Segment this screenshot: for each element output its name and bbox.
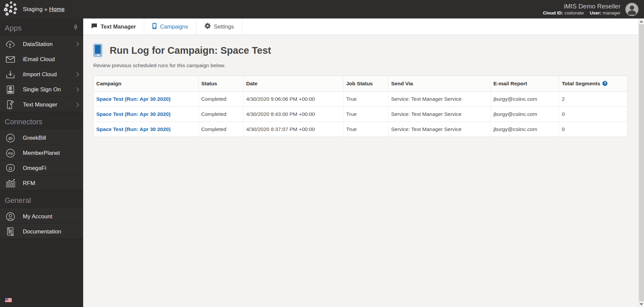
sidebar-item-memberplanet[interactable]: mp MemberPlanet xyxy=(0,145,83,161)
section-title-apps: Apps xyxy=(5,24,21,33)
breadcrumb: Staging » Home xyxy=(23,6,65,13)
chevron-right-icon xyxy=(76,72,79,77)
sidebar-section-general: General xyxy=(0,191,83,209)
table-row: Space Test (Run: Apr 30 2020) Completed … xyxy=(94,92,628,107)
sidebar-item-datastation[interactable]: DataStation xyxy=(0,37,83,52)
campaign-run-link[interactable]: Space Test (Run: Apr 30 2020) xyxy=(96,96,170,102)
breadcrumb-home-link[interactable]: Home xyxy=(49,6,65,12)
cell-total-segments: 0 xyxy=(559,122,628,137)
sidebar-item-documentation[interactable]: Documentation xyxy=(0,224,83,239)
help-icon[interactable]: ? xyxy=(602,81,607,86)
tab-text-manager[interactable]: Text Manager xyxy=(83,18,144,35)
scroll-up-icon xyxy=(640,20,643,23)
sidebar-item-greekbill[interactable]: gb GreekBill xyxy=(0,130,83,145)
campaign-run-link[interactable]: Space Test (Run: Apr 30 2020) xyxy=(96,126,170,132)
sidebar-item-label: iEmail Cloud xyxy=(23,56,55,63)
id-card-icon xyxy=(5,85,16,94)
section-title-general: General xyxy=(5,196,31,205)
svg-text:gb: gb xyxy=(8,136,12,140)
sidebar-item-label: iImport Cloud xyxy=(23,71,57,78)
cloud-id-label: Cloud ID: xyxy=(543,10,563,15)
datastation-cloud-icon xyxy=(5,40,16,48)
cell-campaign: Space Test (Run: Apr 30 2020) xyxy=(94,107,199,122)
col-header-status: Status xyxy=(199,76,244,92)
sidebar-item-iimport-cloud[interactable]: iImport Cloud xyxy=(0,67,83,82)
run-log-table: Campaign Status Date Job Status Send Via… xyxy=(93,76,628,137)
sidebar-section-connectors: Connectors xyxy=(0,112,83,130)
cell-send-via: Service: Text Manager Service xyxy=(388,107,491,122)
user-value: manager xyxy=(603,10,621,15)
chevron-right-icon xyxy=(76,102,79,107)
sidebar-item-label: Documentation xyxy=(23,228,61,235)
vertical-scrollbar[interactable] xyxy=(638,18,644,307)
memberplanet-mp-icon: mp xyxy=(5,148,16,158)
cell-email-report: jburgy@csiinc.com xyxy=(491,92,559,107)
phone-edit-icon xyxy=(5,100,16,109)
sidebar-item-rfm[interactable]: RFM xyxy=(0,176,83,191)
sidebar-section-apps: Apps xyxy=(0,18,83,37)
sidebar-item-my-account[interactable]: My Account xyxy=(0,209,83,224)
sidebar-item-label: Text Manager xyxy=(23,101,57,108)
avatar[interactable] xyxy=(625,3,639,16)
col-header-send-via: Send Via xyxy=(388,76,491,92)
scroll-down-icon xyxy=(640,303,643,305)
greekbill-gb-icon: gb xyxy=(5,133,16,143)
col-header-label: Total Segments xyxy=(562,81,600,86)
account-details: Cloud ID: csidonateUser: manager xyxy=(543,10,621,16)
csi-cubes-logo-icon xyxy=(3,1,18,18)
import-download-icon xyxy=(5,70,16,79)
sidebar-item-label: OmegaFi xyxy=(23,165,46,172)
document-icon xyxy=(5,227,16,236)
col-header-job-status: Job Status xyxy=(343,76,388,92)
tab-bar: Text Manager Campaigns xyxy=(83,18,638,35)
svg-text:Ω: Ω xyxy=(9,166,12,171)
breadcrumb-section: Staging xyxy=(23,6,43,12)
us-flag-icon[interactable] xyxy=(5,298,12,304)
sidebar-item-label: Single Sign On xyxy=(23,86,61,93)
omegafi-omega-icon: Ω xyxy=(5,164,16,173)
sidebar-item-omegafi[interactable]: Ω OmegaFi xyxy=(0,161,83,176)
pin-icon[interactable] xyxy=(73,24,78,33)
sidebar-item-label: My Account xyxy=(23,213,52,220)
sidebar-item-iemail-cloud[interactable]: iEmail Cloud xyxy=(0,52,83,67)
cell-campaign: Space Test (Run: Apr 30 2020) xyxy=(94,122,199,137)
tab-campaigns[interactable]: Campaigns xyxy=(144,18,196,35)
speech-bubble-icon xyxy=(91,23,97,30)
cell-email-report: jburgy@csiinc.com xyxy=(491,122,559,137)
sidebar-item-single-sign-on[interactable]: Single Sign On xyxy=(0,82,83,97)
cell-job-status: True xyxy=(343,122,388,137)
top-bar: Staging » Home iMIS Demo Reseller Cloud … xyxy=(0,0,644,18)
sidebar-item-label: GreekBill xyxy=(23,135,46,141)
user-circle-icon xyxy=(5,212,16,221)
cell-send-via: Service: Text Manager Service xyxy=(388,92,491,107)
tab-label: Settings xyxy=(214,24,234,30)
mobile-phone-icon xyxy=(152,23,157,31)
account-name: iMIS Demo Reseller xyxy=(543,2,621,10)
table-row: Space Test (Run: Apr 30 2020) Completed … xyxy=(94,122,628,137)
account-info: iMIS Demo Reseller Cloud ID: csidonateUs… xyxy=(543,2,625,16)
page-title: Run Log for Campaign: Space Test xyxy=(110,45,271,56)
scroll-up-button[interactable] xyxy=(639,18,644,24)
cell-date: 4/30/2020 8:43:00 PM +00:00 xyxy=(244,107,343,122)
user-label: User: xyxy=(590,10,601,15)
cell-job-status: True xyxy=(343,92,388,107)
cell-email-report: jburgy@csiinc.com xyxy=(491,107,559,122)
email-envelope-icon xyxy=(5,56,16,63)
campaign-phone-icon xyxy=(93,44,102,57)
chevron-right-icon xyxy=(76,87,79,92)
main-content: Run Log for Campaign: Space Test Review … xyxy=(83,35,638,307)
sidebar-item-text-manager[interactable]: Text Manager xyxy=(0,97,83,112)
cell-date: 4/30/2020 9:06:06 PM +00:00 xyxy=(244,92,343,107)
cell-status: Completed xyxy=(199,107,244,122)
cell-status: Completed xyxy=(199,92,244,107)
scrollbar-thumb[interactable] xyxy=(639,24,644,301)
col-header-email-report: E-mail Report xyxy=(491,76,559,92)
tab-settings[interactable]: Settings xyxy=(197,18,243,35)
gear-icon xyxy=(205,23,211,30)
cell-status: Completed xyxy=(199,122,244,137)
sidebar-item-label: RFM xyxy=(23,180,35,187)
campaign-run-link[interactable]: Space Test (Run: Apr 30 2020) xyxy=(96,111,170,117)
cell-total-segments: 2 xyxy=(559,92,628,107)
col-header-campaign: Campaign xyxy=(94,76,199,92)
scroll-down-button[interactable] xyxy=(639,301,644,307)
